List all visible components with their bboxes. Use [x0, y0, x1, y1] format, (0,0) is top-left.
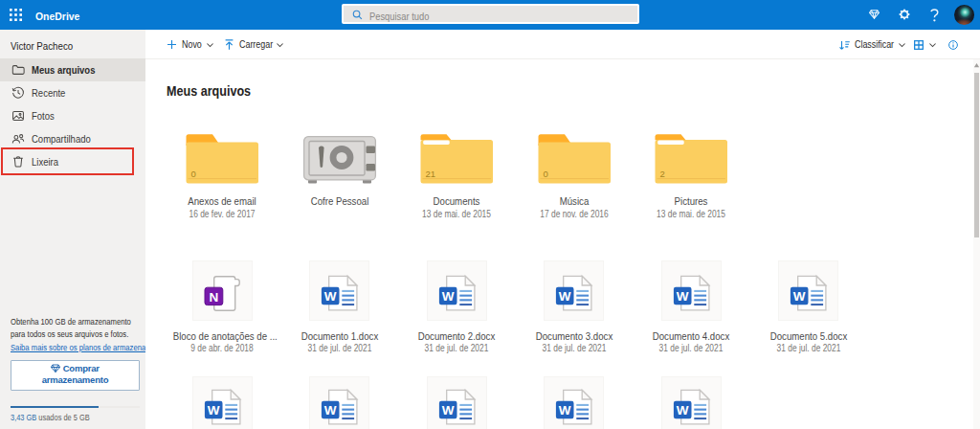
svg-text:0: 0 — [543, 169, 547, 179]
svg-text:0: 0 — [191, 169, 196, 179]
svg-text:21: 21 — [426, 169, 436, 179]
svg-text:W: W — [676, 403, 688, 418]
svg-text:W: W — [324, 403, 337, 418]
svg-text:W: W — [324, 289, 337, 304]
svg-text:W: W — [441, 289, 454, 304]
svg-text:N: N — [209, 289, 218, 304]
svg-text:W: W — [441, 403, 454, 418]
svg-text:2: 2 — [660, 169, 665, 179]
svg-text:W: W — [793, 289, 806, 304]
svg-text:W: W — [676, 289, 688, 304]
svg-text:W: W — [559, 289, 571, 304]
svg-text:W: W — [207, 403, 219, 418]
svg-text:W: W — [559, 403, 571, 418]
